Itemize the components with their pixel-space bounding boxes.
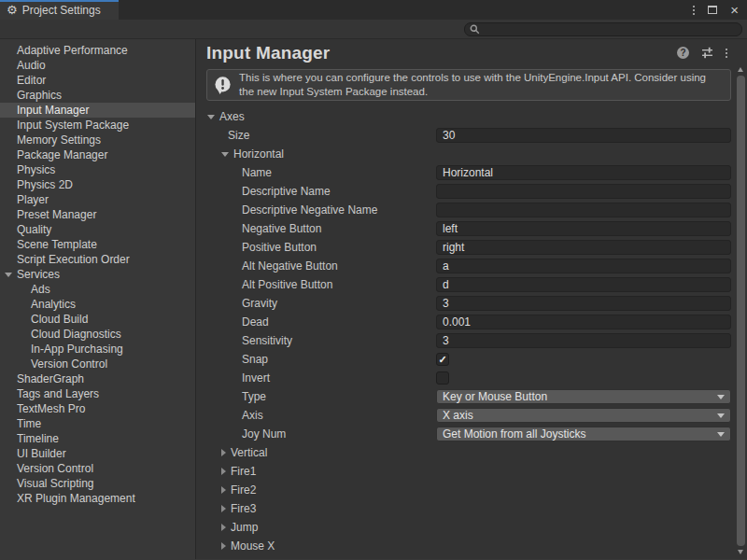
property-label: Type — [242, 390, 266, 403]
foldout-arrow-icon[interactable] — [5, 273, 12, 277]
field-negative-button[interactable]: left — [436, 221, 731, 236]
scrollbar-thumb[interactable] — [737, 76, 745, 546]
dropdown-joy-num[interactable]: Get Motion from all Joysticks — [436, 427, 731, 441]
foldout-arrow-icon[interactable] — [221, 542, 226, 550]
sidebar-item-player[interactable]: Player — [0, 192, 195, 207]
sidebar-item-label: Package Manager — [17, 148, 107, 161]
sidebar-item-graphics[interactable]: Graphics — [0, 88, 195, 103]
sidebar-item-adaptive-performance[interactable]: Adaptive Performance — [0, 43, 195, 58]
maximize-icon[interactable] — [708, 6, 717, 14]
dropdown-axis[interactable]: X axis — [436, 408, 731, 423]
sidebar-item-editor[interactable]: Editor — [0, 73, 195, 88]
field-dead[interactable]: 0.001 — [436, 315, 731, 329]
sidebar-item-label: Time — [17, 417, 41, 430]
sidebar-item-ads[interactable]: Ads — [0, 282, 195, 297]
foldout-fire3[interactable]: Fire3 — [196, 499, 735, 518]
tab-bar: ⚙ Project Settings × — [0, 0, 747, 20]
sidebar-item-physics-2d[interactable]: Physics 2D — [0, 177, 195, 192]
field-descriptive-name[interactable] — [436, 184, 731, 199]
property-row-alt-positive-button: Alt Positive Buttond — [196, 275, 735, 294]
property-label: Alt Positive Button — [242, 278, 332, 291]
property-label: Alt Negative Button — [242, 259, 338, 273]
sidebar-item-quality[interactable]: Quality — [0, 222, 195, 237]
sidebar-item-label: Audio — [17, 59, 46, 72]
sidebar-item-version-control[interactable]: Version Control — [0, 461, 195, 476]
tab-project-settings[interactable]: ⚙ Project Settings — [0, 0, 119, 20]
checkbox-invert[interactable] — [436, 371, 449, 385]
scroll-up-icon[interactable] — [738, 67, 743, 72]
foldout-arrow-icon[interactable] — [207, 115, 215, 119]
foldout-jump[interactable]: Jump — [196, 518, 735, 537]
header-icons: ? — [677, 47, 731, 59]
input-manager-panel: Input Manager ? — [196, 39, 747, 559]
sidebar-item-tags-and-layers[interactable]: Tags and Layers — [0, 386, 195, 401]
sidebar-item-timeline[interactable]: Timeline — [0, 431, 195, 446]
sidebar-item-cloud-build[interactable]: Cloud Build — [0, 312, 195, 327]
dropdown-type[interactable]: Key or Mouse Button — [436, 389, 731, 404]
property-row-name: NameHorizontal — [196, 163, 735, 182]
field-size[interactable]: 30 — [436, 128, 731, 143]
search-input[interactable] — [464, 22, 742, 36]
vertical-scrollbar[interactable] — [735, 63, 747, 559]
sidebar-item-label: Graphics — [17, 89, 62, 102]
sidebar-item-textmesh-pro[interactable]: TextMesh Pro — [0, 401, 195, 416]
sidebar-item-label: XR Plugin Management — [17, 492, 135, 505]
sidebar-item-time[interactable]: Time — [0, 416, 195, 431]
panel-menu-icon[interactable] — [726, 49, 727, 58]
tab-title: Project Settings — [22, 4, 101, 17]
sidebar-item-memory-settings[interactable]: Memory Settings — [0, 133, 195, 147]
window-menu-icon[interactable] — [693, 6, 695, 15]
field-sensitivity[interactable]: 3 — [436, 333, 731, 348]
foldout-fire1[interactable]: Fire1 — [196, 462, 735, 481]
field-name[interactable]: Horizontal — [436, 165, 731, 180]
sidebar-item-shadergraph[interactable]: ShaderGraph — [0, 371, 195, 386]
field-alt-positive-button[interactable]: d — [436, 277, 731, 292]
scroll-down-icon[interactable] — [738, 550, 743, 554]
foldout-arrow-icon[interactable] — [221, 152, 229, 157]
sidebar-item-visual-scripting[interactable]: Visual Scripting — [0, 476, 195, 491]
foldout-vertical[interactable]: Vertical — [196, 443, 735, 462]
property-row-snap: Snap✓ — [196, 350, 735, 369]
window-controls: × — [693, 0, 747, 20]
foldout-arrow-icon[interactable] — [221, 468, 226, 475]
help-icon[interactable]: ? — [677, 47, 689, 59]
sidebar-item-script-execution-order[interactable]: Script Execution Order — [0, 252, 195, 267]
property-label: Joy Num — [242, 427, 286, 441]
foldout-arrow-icon[interactable] — [221, 524, 226, 531]
property-label: Negative Button — [242, 222, 321, 235]
sidebar-item-label: Preset Manager — [17, 208, 96, 221]
presets-icon[interactable] — [701, 47, 713, 59]
sidebar-item-label: Player — [17, 193, 49, 206]
sidebar-item-services[interactable]: Services — [0, 267, 195, 282]
close-icon[interactable]: × — [730, 3, 739, 17]
info-bubble-icon — [214, 73, 232, 98]
sidebar-item-in-app-purchasing[interactable]: In-App Purchasing — [0, 342, 195, 357]
field-descriptive-negative-name[interactable] — [436, 203, 731, 217]
sidebar-item-xr-plugin-management[interactable]: XR Plugin Management — [0, 491, 195, 506]
foldout-fire2[interactable]: Fire2 — [196, 481, 735, 499]
chevron-down-icon — [717, 432, 725, 437]
sidebar-item-preset-manager[interactable]: Preset Manager — [0, 207, 195, 222]
sidebar-item-package-manager[interactable]: Package Manager — [0, 147, 195, 162]
sidebar-item-scene-template[interactable]: Scene Template — [0, 237, 195, 252]
checkbox-snap[interactable]: ✓ — [436, 353, 449, 366]
field-gravity[interactable]: 3 — [436, 296, 731, 311]
foldout-arrow-icon[interactable] — [221, 505, 226, 512]
foldout-mouse-x[interactable]: Mouse X — [196, 537, 735, 555]
sidebar-item-version-control[interactable]: Version Control — [0, 357, 195, 371]
sidebar-item-cloud-diagnostics[interactable]: Cloud Diagnostics — [0, 327, 195, 342]
sidebar-item-audio[interactable]: Audio — [0, 58, 195, 73]
field-positive-button[interactable]: right — [436, 240, 731, 255]
foldout-arrow-icon[interactable] — [221, 486, 226, 494]
sidebar-item-input-manager[interactable]: Input Manager — [0, 103, 195, 118]
property-label: Size — [228, 129, 249, 142]
sidebar-item-physics[interactable]: Physics — [0, 162, 195, 177]
foldout-arrow-icon[interactable] — [221, 449, 226, 456]
foldout-horizontal[interactable]: Horizontal — [196, 145, 735, 163]
sidebar-item-analytics[interactable]: Analytics — [0, 297, 195, 312]
sidebar-item-input-system-package[interactable]: Input System Package — [0, 118, 195, 133]
field-alt-negative-button[interactable]: a — [436, 259, 731, 273]
foldout-axes[interactable]: Axes — [196, 107, 735, 126]
property-label: Gravity — [242, 297, 277, 310]
sidebar-item-ui-builder[interactable]: UI Builder — [0, 446, 195, 461]
